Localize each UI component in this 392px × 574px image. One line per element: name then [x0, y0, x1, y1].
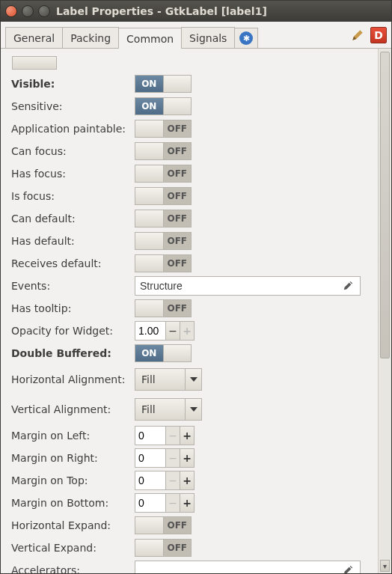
label-margin-top: Margin on Top:: [11, 474, 135, 486]
toggle-visible[interactable]: ON OFF: [135, 75, 192, 93]
label-double-buffered: Double Buffered:: [11, 347, 135, 359]
step-down-icon[interactable]: −: [165, 427, 180, 445]
step-up-icon[interactable]: +: [180, 427, 194, 445]
tab-common[interactable]: Common: [118, 28, 182, 49]
vertical-scrollbar[interactable]: ▾: [378, 49, 391, 573]
label-is-focus: Is focus:: [11, 190, 135, 202]
tab-bar: General Packing Common Signals ✱ D: [1, 22, 391, 49]
toggle-receives-default[interactable]: ON OFF: [135, 254, 192, 272]
toggle-double-buffered[interactable]: ON OFF: [135, 344, 192, 362]
toggle-vexpand[interactable]: ON OFF: [135, 539, 192, 557]
off-text: OFF: [163, 76, 192, 92]
properties-panel: Visible: ON OFF Sensitive: ON OFF Applic…: [1, 49, 378, 573]
toggle-can-focus[interactable]: ON OFF: [135, 142, 192, 160]
margin-left-input[interactable]: [135, 427, 165, 445]
label-accelerators: Accelerators:: [11, 564, 135, 573]
step-up-icon[interactable]: +: [180, 322, 194, 340]
clear-icon[interactable]: [349, 27, 366, 43]
toggle-app-paintable[interactable]: ON OFF: [135, 120, 192, 138]
events-input[interactable]: [140, 280, 340, 292]
step-up-icon[interactable]: +: [180, 494, 194, 512]
label-has-default: Has default:: [11, 235, 135, 247]
margin-right-spin[interactable]: − +: [135, 448, 195, 468]
window-buttons: [5, 5, 50, 17]
label-margin-right: Margin on Right:: [11, 452, 135, 464]
label-halign: Horizontal Alignment:: [11, 373, 135, 385]
step-up-icon[interactable]: +: [180, 471, 194, 489]
on-text: ON: [135, 76, 163, 92]
label-margin-left: Margin on Left:: [11, 430, 135, 442]
valign-combo[interactable]: Fill: [135, 398, 202, 421]
devhelp-icon[interactable]: D: [370, 27, 387, 43]
accelerators-entry[interactable]: [135, 561, 361, 573]
label-valign: Vertical Alignment:: [11, 403, 135, 415]
margin-top-input[interactable]: [135, 471, 165, 489]
label-margin-bottom: Margin on Bottom:: [11, 497, 135, 509]
chevron-down-icon: [185, 399, 201, 420]
chevron-down-icon: [185, 369, 201, 390]
step-down-icon[interactable]: −: [165, 322, 180, 340]
tabs: General Packing Common Signals ✱: [5, 25, 349, 48]
accelerators-input[interactable]: [140, 564, 340, 573]
label-visible: Visible:: [11, 78, 135, 90]
events-entry[interactable]: [135, 276, 361, 296]
step-down-icon[interactable]: −: [165, 449, 180, 467]
label-has-focus: Has focus:: [11, 168, 135, 180]
maximize-icon[interactable]: [38, 5, 50, 17]
tab-packing[interactable]: Packing: [62, 27, 119, 48]
step-down-icon[interactable]: −: [165, 494, 180, 512]
edit-icon[interactable]: [340, 563, 355, 573]
margin-bottom-spin[interactable]: − +: [135, 493, 195, 513]
toggle-can-default[interactable]: ON OFF: [135, 210, 192, 228]
label-hexpand: Horizontal Expand:: [11, 519, 135, 531]
field-stub: [12, 56, 57, 70]
margin-right-input[interactable]: [135, 449, 165, 467]
label-opacity: Opacity for Widget:: [11, 325, 135, 337]
edit-icon[interactable]: [340, 278, 355, 293]
label-can-default: Can default:: [11, 213, 135, 225]
step-down-icon[interactable]: −: [165, 471, 180, 489]
window-title: Label Properties - GtkLabel [label1]: [56, 5, 267, 17]
toggle-hexpand[interactable]: ON OFF: [135, 516, 192, 534]
toggle-sensitive[interactable]: ON OFF: [135, 97, 192, 115]
label-vexpand: Vertical Expand:: [11, 542, 135, 554]
step-up-icon[interactable]: +: [180, 449, 194, 467]
label-has-tooltip: Has tooltip:: [11, 302, 135, 314]
tab-accessibility[interactable]: ✱: [234, 28, 258, 49]
toggle-has-default[interactable]: ON OFF: [135, 232, 192, 250]
toggle-has-tooltip[interactable]: ON OFF: [135, 299, 192, 317]
margin-top-spin[interactable]: − +: [135, 471, 195, 490]
margin-left-spin[interactable]: − +: [135, 426, 195, 445]
label-events: Events:: [11, 280, 135, 292]
toolbar-right: D: [349, 25, 387, 48]
accessibility-icon: ✱: [239, 31, 253, 45]
scroll-down-icon[interactable]: ▾: [380, 560, 390, 572]
scroll-thumb[interactable]: [380, 52, 390, 358]
label-receives-default: Receives default:: [11, 257, 135, 269]
toggle-is-focus[interactable]: ON OFF: [135, 187, 192, 205]
opacity-input[interactable]: [135, 322, 165, 340]
tab-signals[interactable]: Signals: [181, 27, 235, 48]
halign-combo[interactable]: Fill: [135, 368, 202, 391]
minimize-icon[interactable]: [22, 5, 34, 17]
label-app-paintable: Application paintable:: [11, 123, 135, 135]
content-area: Visible: ON OFF Sensitive: ON OFF Applic…: [1, 49, 391, 573]
titlebar: Label Properties - GtkLabel [label1]: [1, 1, 391, 22]
tab-general[interactable]: General: [5, 27, 63, 48]
label-can-focus: Can focus:: [11, 145, 135, 157]
opacity-spin[interactable]: − +: [135, 321, 195, 341]
halign-value: Fill: [135, 369, 185, 390]
toggle-has-focus[interactable]: ON OFF: [135, 165, 192, 183]
close-icon[interactable]: [5, 5, 17, 17]
margin-bottom-input[interactable]: [135, 494, 165, 512]
valign-value: Fill: [135, 399, 185, 420]
label-sensitive: Sensitive:: [11, 100, 135, 112]
window: Label Properties - GtkLabel [label1] Gen…: [0, 0, 392, 574]
